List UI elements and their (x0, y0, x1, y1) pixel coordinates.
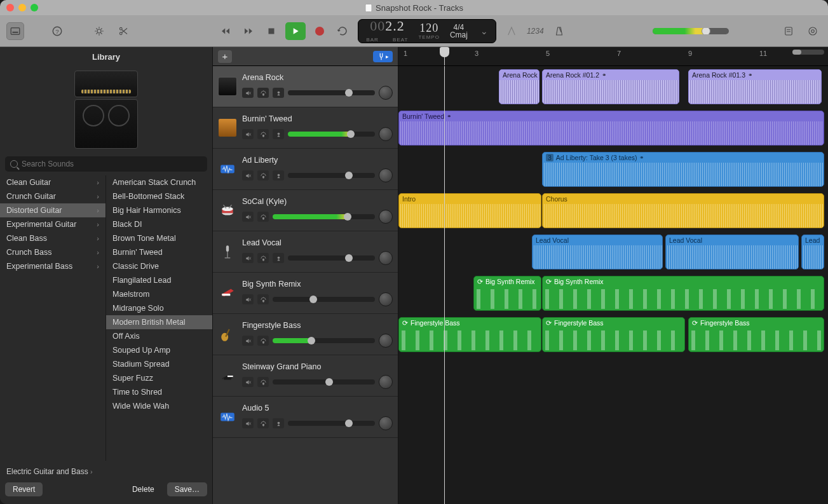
preset-item[interactable]: American Stack Crunch (106, 175, 212, 189)
solo-button[interactable] (257, 212, 269, 222)
pan-knob[interactable] (379, 375, 393, 389)
settings-icon[interactable] (90, 22, 108, 40)
add-track-button[interactable]: + (218, 50, 232, 63)
region[interactable]: Arena Rock (499, 69, 540, 104)
tuner-icon[interactable] (503, 22, 520, 40)
mute-button[interactable] (242, 170, 254, 180)
solo-button[interactable] (257, 336, 269, 346)
solo-button[interactable] (257, 170, 269, 180)
mute-button[interactable] (242, 336, 254, 346)
record-enable-button[interactable] (273, 253, 284, 263)
horizontal-zoom-scrollbar[interactable] (792, 50, 824, 55)
region[interactable]: 3Ad Liberty: Take 3 (3 takes)⚭ (542, 152, 824, 187)
save-button[interactable]: Save… (167, 482, 207, 496)
preset-item[interactable]: Burnin' Tweed (106, 245, 212, 259)
category-item[interactable]: Crunch Bass› (0, 245, 105, 259)
region[interactable]: ⟳Fingerstyle Bass (688, 317, 824, 352)
track-header[interactable]: Burnin' Tweed (213, 107, 398, 149)
pan-knob[interactable] (379, 334, 393, 348)
timeline[interactable]: Arena RockArena Rock #01.2⚭Arena Rock #0… (398, 66, 828, 504)
mute-button[interactable] (242, 253, 254, 263)
region[interactable]: ⟳Big Synth Remix (542, 276, 824, 311)
pan-knob[interactable] (379, 292, 393, 306)
playhead[interactable] (444, 47, 445, 65)
loops-button[interactable] (804, 22, 822, 40)
pan-knob[interactable] (379, 210, 393, 224)
preset-item[interactable]: Off Axis (106, 329, 212, 343)
notepad-button[interactable] (780, 22, 797, 40)
forward-button[interactable] (240, 22, 257, 40)
preset-item[interactable]: Souped Up Amp (106, 343, 212, 357)
region[interactable]: Lead Vocal (532, 235, 663, 269)
mute-button[interactable] (242, 418, 254, 428)
preset-item[interactable]: Big Hair Harmonics (106, 203, 212, 217)
volume-slider[interactable] (288, 173, 375, 178)
pan-knob[interactable] (379, 127, 393, 141)
breadcrumb[interactable]: Electric Guitar and Bass › (5, 465, 207, 482)
volume-slider[interactable] (273, 297, 375, 302)
track-header[interactable]: Big Synth Remix (213, 273, 398, 314)
track-header[interactable]: Lead Vocal (213, 231, 398, 273)
close-window-button[interactable] (6, 4, 14, 11)
pan-knob[interactable] (379, 416, 393, 430)
volume-slider[interactable] (288, 255, 375, 261)
category-item[interactable]: Crunch Guitar› (0, 189, 105, 203)
track-header[interactable]: Audio 5 (213, 397, 398, 438)
volume-slider[interactable] (288, 90, 375, 95)
preset-item[interactable]: Wide Wide Wah (106, 399, 212, 413)
category-item[interactable]: Experimental Bass› (0, 259, 105, 273)
region[interactable]: Arena Rock #01.3⚭ (688, 69, 822, 104)
mute-button[interactable] (242, 212, 254, 222)
record-enable-button[interactable] (273, 88, 284, 98)
delete-button[interactable]: Delete (125, 482, 162, 496)
category-item[interactable]: Clean Bass› (0, 231, 105, 245)
help-button[interactable]: ? (48, 22, 66, 40)
lcd-display[interactable]: 002.2 BAR BEAT 120 TEMPO 4/4 Cmaj ⌄ (358, 19, 496, 43)
track-header[interactable]: Fingerstyle Bass (213, 314, 398, 355)
timeline-ruler[interactable]: 1357911 (398, 47, 828, 65)
track-header[interactable]: SoCal (Kyle) (213, 190, 398, 231)
category-item[interactable]: Experimental Guitar› (0, 217, 105, 231)
preset-item[interactable]: Brown Tone Metal (106, 231, 212, 245)
record-enable-button[interactable] (273, 418, 284, 428)
pan-knob[interactable] (379, 168, 393, 182)
region[interactable]: Intro (398, 193, 541, 228)
region[interactable]: ⟳Big Synth Remix (473, 276, 541, 311)
region[interactable]: Arena Rock #01.2⚭ (542, 69, 679, 104)
scissors-icon[interactable] (114, 22, 132, 40)
solo-button[interactable] (257, 129, 269, 139)
tuning-fork-button[interactable]: ▸ (373, 51, 393, 62)
region[interactable]: Chorus (542, 193, 824, 228)
solo-button[interactable] (257, 377, 269, 387)
preset-item[interactable]: Midrange Solo (106, 301, 212, 315)
record-enable-button[interactable] (273, 170, 284, 180)
record-button[interactable] (311, 22, 329, 40)
pan-knob[interactable] (379, 86, 393, 100)
preset-item[interactable]: Time to Shred (106, 385, 212, 399)
solo-button[interactable] (257, 418, 269, 428)
volume-slider[interactable] (273, 338, 375, 343)
mute-button[interactable] (242, 377, 254, 387)
preset-item[interactable]: Stadium Spread (106, 357, 212, 371)
preset-item[interactable]: Super Fuzz (106, 371, 212, 385)
search-sounds-input[interactable] (5, 156, 207, 172)
region[interactable]: ⟳Fingerstyle Bass (542, 317, 685, 352)
master-volume-slider[interactable] (653, 28, 729, 34)
mute-button[interactable] (242, 88, 254, 98)
count-in-display[interactable]: 1234 (527, 27, 544, 36)
category-item[interactable]: Distorted Guitar› (0, 203, 105, 217)
minimize-window-button[interactable] (18, 4, 26, 11)
region[interactable]: Lead Vocal (665, 235, 799, 269)
cycle-button[interactable] (334, 22, 351, 40)
record-enable-button[interactable] (273, 129, 284, 139)
preset-item[interactable]: Modern British Metal (106, 315, 212, 329)
play-button[interactable] (285, 22, 306, 40)
revert-button[interactable]: Revert (5, 482, 43, 496)
track-header[interactable]: Arena Rock (213, 66, 398, 107)
pan-knob[interactable] (379, 251, 393, 265)
volume-slider[interactable] (288, 421, 375, 426)
region[interactable]: Lead (801, 235, 824, 269)
volume-slider[interactable] (288, 132, 375, 137)
volume-slider[interactable] (273, 214, 375, 219)
track-header[interactable]: Steinway Grand Piano (213, 355, 398, 397)
